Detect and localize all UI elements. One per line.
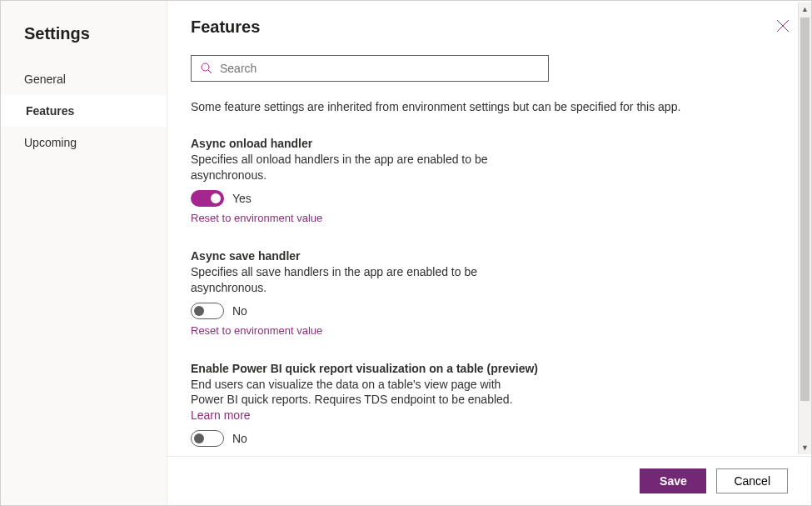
toggle-knob [211, 193, 221, 203]
feature-title: Async onload handler [191, 137, 771, 150]
feature-desc-text: End users can visualize the data on a ta… [191, 378, 513, 407]
intro-text: Some feature settings are inherited from… [191, 100, 771, 113]
reset-link[interactable]: Reset to environment value [191, 212, 322, 224]
content-scroll: Features Some feature settings are inher… [167, 1, 811, 456]
search-box[interactable] [191, 55, 549, 82]
toggle-label: No [232, 432, 247, 445]
search-input[interactable] [220, 62, 540, 75]
feature-powerbi-quick-report: Enable Power BI quick report visualizati… [191, 362, 771, 448]
toggle-label: Yes [232, 192, 252, 205]
feature-desc: Specifies all save handlers in the app a… [191, 264, 524, 296]
toggle-label: No [232, 304, 247, 318]
save-button[interactable]: Save [640, 468, 706, 493]
feature-title: Enable Power BI quick report visualizati… [191, 362, 771, 375]
main-panel: Features Some feature settings are inher… [167, 1, 811, 505]
footer: Save Cancel [167, 456, 811, 505]
svg-line-1 [208, 70, 212, 73]
reset-link[interactable]: Reset to environment value [191, 324, 322, 337]
scroll-up-icon[interactable]: ▲ [799, 3, 811, 16]
sidebar-item-upcoming[interactable]: Upcoming [1, 127, 167, 158]
close-icon [776, 19, 790, 33]
feature-title: Async save handler [191, 249, 771, 263]
scrollbar[interactable]: ▲ ▼ [798, 3, 811, 454]
svg-point-0 [202, 63, 209, 71]
feature-async-save: Async save handler Specifies all save ha… [191, 249, 771, 337]
search-icon [200, 62, 213, 75]
page-title: Features [191, 18, 771, 37]
cancel-button[interactable]: Cancel [716, 468, 788, 493]
scroll-down-icon[interactable]: ▼ [799, 441, 811, 454]
toggle-knob [194, 306, 204, 316]
scrollbar-thumb[interactable] [800, 18, 810, 401]
sidebar-item-features[interactable]: Features [1, 95, 167, 127]
learn-more-link[interactable]: Learn more [191, 408, 251, 422]
feature-async-onload: Async onload handler Specifies all onloa… [191, 137, 771, 224]
toggle-async-save[interactable] [191, 303, 224, 319]
toggle-powerbi[interactable] [191, 430, 224, 447]
toggle-async-onload[interactable] [191, 190, 224, 207]
sidebar-item-general[interactable]: General [1, 63, 167, 95]
feature-desc: End users can visualize the data on a ta… [191, 377, 524, 424]
sidebar: Settings General Features Upcoming [1, 1, 167, 505]
sidebar-title: Settings [1, 16, 167, 63]
close-button[interactable] [776, 19, 790, 35]
feature-desc: Specifies all onload handlers in the app… [191, 152, 524, 183]
toggle-knob [194, 433, 204, 443]
